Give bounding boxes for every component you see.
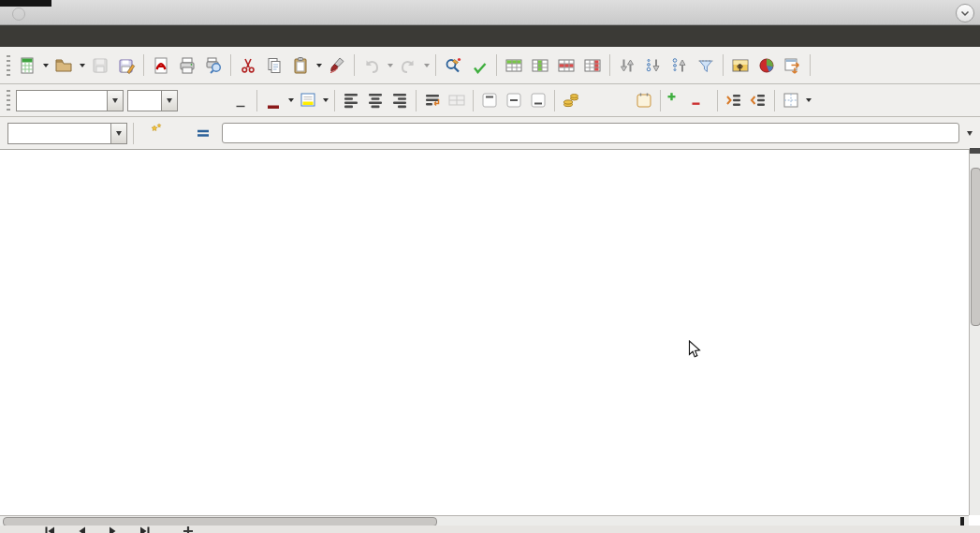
formula-input[interactable] [222, 123, 959, 143]
first-sheet-button[interactable] [39, 526, 59, 533]
menu-bar [0, 25, 980, 47]
insert-row-button[interactable] [501, 52, 527, 79]
font-color-button[interactable] [261, 88, 285, 112]
number-format-button[interactable] [607, 88, 632, 112]
borders-button[interactable] [779, 88, 803, 112]
new-document-dropdown[interactable] [40, 52, 51, 79]
sort-icon [618, 56, 636, 75]
horizontal-split-handle[interactable] [960, 517, 964, 526]
print-preview-icon [204, 56, 223, 75]
formula-bar [0, 117, 980, 150]
pie-chart-icon [757, 56, 776, 75]
print-button[interactable] [174, 52, 200, 79]
percent-format-button[interactable] [583, 88, 607, 112]
increase-indent-button[interactable] [722, 88, 746, 112]
toolbar-separator [143, 54, 144, 76]
align-bottom-button[interactable] [526, 88, 550, 112]
copy-button[interactable] [261, 52, 287, 79]
center-vertically-button[interactable] [502, 88, 526, 112]
sort-descending-icon [670, 56, 689, 75]
horizontal-scrollbar[interactable] [0, 515, 969, 526]
name-box-dropdown[interactable] [110, 123, 127, 144]
sort-descending-button[interactable] [666, 52, 693, 79]
paste-dropdown[interactable] [314, 52, 324, 79]
save-as-button[interactable] [113, 52, 139, 79]
toolbar-separator [334, 90, 335, 111]
clone-formatting-button[interactable] [324, 52, 350, 79]
spreadsheet-grid[interactable] [0, 150, 969, 515]
vertical-scrollbar[interactable] [969, 150, 980, 515]
expand-formula-bar-button[interactable] [963, 131, 976, 136]
cut-button[interactable] [235, 52, 261, 79]
font-size-value[interactable] [127, 90, 161, 111]
highlight-color-button[interactable] [296, 88, 320, 112]
toolbar-separator [723, 54, 724, 76]
decrease-indent-button[interactable] [746, 88, 770, 112]
special-character-button[interactable] [814, 52, 841, 79]
open-dropdown[interactable] [77, 52, 87, 79]
italic-button[interactable] [204, 88, 228, 112]
sort-button[interactable] [614, 52, 640, 79]
underline-button[interactable] [228, 88, 253, 112]
formula-button[interactable] [190, 120, 216, 146]
vertical-split-handle[interactable] [970, 148, 980, 154]
wrap-text-button[interactable] [420, 88, 445, 112]
undo-dropdown[interactable] [385, 52, 395, 79]
toolbar-separator [435, 54, 436, 76]
borders-dropdown[interactable] [803, 87, 813, 113]
toolbar-drag-handle[interactable] [7, 90, 10, 111]
sheet-navigation [39, 526, 197, 533]
align-top-button[interactable] [477, 88, 502, 112]
bold-button[interactable] [180, 88, 204, 112]
redo-dropdown[interactable] [421, 52, 431, 79]
find-replace-button[interactable] [440, 52, 466, 79]
open-button[interactable] [51, 52, 77, 79]
freeze-panes-button[interactable] [780, 52, 806, 79]
vertical-scrollbar-thumb[interactable] [971, 168, 980, 326]
align-center-button[interactable] [363, 88, 388, 112]
redo-button[interactable] [395, 52, 421, 79]
toolbar-drag-handle[interactable] [7, 55, 10, 76]
filter-funnel-icon [696, 56, 715, 75]
align-right-button[interactable] [388, 88, 412, 112]
currency-format-button[interactable] [559, 88, 583, 112]
align-left-button[interactable] [339, 88, 363, 112]
function-wizard-button[interactable] [138, 120, 164, 146]
font-name-dropdown[interactable] [107, 90, 124, 111]
autofilter-button[interactable] [693, 52, 719, 79]
font-size-dropdown[interactable] [161, 90, 178, 111]
font-color-dropdown[interactable] [285, 87, 296, 113]
spelling-button[interactable] [466, 52, 492, 79]
next-sheet-button[interactable] [103, 526, 123, 533]
sum-button[interactable] [164, 120, 190, 146]
previous-sheet-button[interactable] [71, 526, 91, 533]
font-name-value[interactable] [16, 90, 107, 111]
save-button[interactable] [87, 52, 113, 79]
paste-button[interactable] [287, 52, 314, 79]
insert-column-button[interactable] [527, 52, 553, 79]
add-sheet-button[interactable] [178, 526, 197, 533]
name-box[interactable] [7, 123, 110, 144]
sort-ascending-button[interactable] [640, 52, 666, 79]
function-wizard-icon [139, 123, 163, 143]
paintbrush-icon [328, 56, 346, 75]
window-shade-button[interactable] [956, 4, 974, 22]
insert-image-button[interactable] [727, 52, 753, 79]
delete-decimal-button[interactable] [689, 88, 713, 112]
export-pdf-button[interactable] [148, 52, 174, 79]
undo-button[interactable] [358, 52, 385, 79]
merge-cells-button[interactable] [445, 88, 469, 112]
date-format-button[interactable] [632, 88, 656, 112]
copy-icon [265, 56, 284, 75]
print-preview-button[interactable] [200, 52, 227, 79]
dropdown-triangle-icon [167, 98, 172, 103]
dropdown-triangle-icon [967, 131, 973, 136]
add-decimal-button[interactable] [665, 88, 689, 112]
insert-chart-button[interactable] [753, 52, 780, 79]
new-document-button[interactable] [14, 52, 40, 79]
delete-column-button[interactable] [579, 52, 606, 79]
last-sheet-button[interactable] [135, 526, 154, 533]
delete-row-button[interactable] [553, 52, 579, 79]
highlight-color-dropdown[interactable] [320, 87, 330, 113]
find-replace-icon [444, 56, 462, 75]
